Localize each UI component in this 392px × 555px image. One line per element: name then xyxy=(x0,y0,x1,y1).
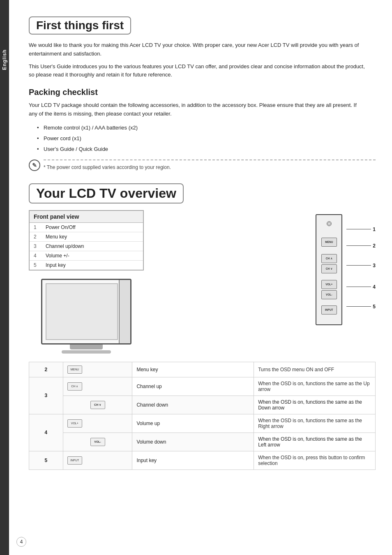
callout-3: 3 xyxy=(346,263,376,268)
callout-num-4: 4 xyxy=(373,284,376,290)
btn-icon-menu: MENU xyxy=(67,365,82,374)
side-diagram-area: ◯ MENU CH ∧ CH ∨ VOL+ VOL- INPUT xyxy=(156,210,376,325)
intro-text-1: We would like to thank you for making th… xyxy=(29,41,366,58)
note-text: * The power cord supplied varies accordi… xyxy=(44,164,376,170)
list-item: User's Guide / Quick Guide xyxy=(37,144,376,155)
callout-line-1 xyxy=(346,229,371,229)
callout-line-2 xyxy=(346,245,371,246)
detail-num-3: 3 xyxy=(29,377,63,414)
tv-side-panel-strip xyxy=(119,280,130,343)
row-num: 1 xyxy=(29,222,42,232)
btn-icon-volup: VOL+ xyxy=(67,419,82,428)
sidebar: English xyxy=(0,0,9,555)
btn-icon-input: INPUT xyxy=(67,456,82,465)
callout-1: 1 xyxy=(346,227,376,232)
table-row: 4 Volume +/- xyxy=(29,251,143,260)
detail-num-5: 5 xyxy=(29,451,63,469)
row-num: 5 xyxy=(29,260,42,270)
callout-5: 5 xyxy=(346,304,376,310)
table-row: 2 Menu key xyxy=(29,232,143,241)
vol-down-btn-diagram: VOL- xyxy=(321,290,337,299)
ch-up-btn-diagram: CH ∧ xyxy=(321,254,337,263)
callout-num-3: 3 xyxy=(373,263,376,268)
packing-text: Your LCD TV package should contain the f… xyxy=(29,101,366,118)
vol-up-btn-diagram: VOL+ xyxy=(321,280,337,289)
callout-line-5 xyxy=(346,306,371,307)
detail-btn-menu: MENU xyxy=(63,362,132,377)
tv-diagram-area: Front panel view 1 Power On/Off 2 Menu k… xyxy=(29,210,376,354)
callout-4: 4 xyxy=(346,284,376,290)
front-panel-table: Front panel view 1 Power On/Off 2 Menu k… xyxy=(29,210,144,271)
input-btn-diagram: INPUT xyxy=(321,305,337,314)
ch-down-btn-diagram: CH ∨ xyxy=(321,264,337,273)
tv-screen xyxy=(46,283,118,340)
detail-num-4: 4 xyxy=(29,414,63,451)
detail-row-volup: 4 VOL+ Volume up When the OSD is on, fun… xyxy=(29,414,376,432)
section2: Your LCD TV overview Front panel view 1 … xyxy=(29,183,376,470)
note-row: ✎ * The power cord supplied varies accor… xyxy=(29,160,376,171)
tv-stand-base xyxy=(62,350,111,354)
front-panel-section: Front panel view 1 Power On/Off 2 Menu k… xyxy=(29,210,144,354)
tv-stand xyxy=(70,345,103,349)
section2-title-box: Your LCD TV overview xyxy=(29,183,184,204)
tv-body xyxy=(41,279,131,345)
btn-icon-voldown: VOL- xyxy=(90,438,105,446)
callout-num-2: 2 xyxy=(373,243,376,249)
row-num: 4 xyxy=(29,251,42,260)
detail-row-menu: 2 MENU Menu key Turns the OSD menu ON an… xyxy=(29,362,376,377)
row-label: Power On/Off xyxy=(42,222,143,232)
callout-num-5: 5 xyxy=(373,304,376,310)
note-container: * The power cord supplied varies accordi… xyxy=(44,160,376,170)
callout-num-1: 1 xyxy=(373,227,376,232)
callout-area: 1 2 3 4 xyxy=(346,214,376,325)
detail-key-voldown: Volume down xyxy=(132,432,254,451)
detail-num-2: 2 xyxy=(29,362,63,377)
power-dot: ◯ xyxy=(327,221,332,226)
detail-key-chdown: Channel down xyxy=(132,395,254,414)
detail-row-chup: 3 CH ∧ Channel up When the OSD is on, fu… xyxy=(29,377,376,395)
detail-table: 2 MENU Menu key Turns the OSD menu ON an… xyxy=(29,362,376,470)
detail-key-volup: Volume up xyxy=(132,414,254,432)
detail-key-input: Input key xyxy=(132,451,254,469)
row-num: 3 xyxy=(29,241,42,251)
detail-row-chdown: CH ∨ Channel down When the OSD is on, fu… xyxy=(29,395,376,414)
callout-line-4 xyxy=(346,287,371,287)
intro-text-2: This User's Guide introduces you to the … xyxy=(29,62,366,80)
row-label: Input key xyxy=(42,260,143,270)
note-dashed-line xyxy=(44,160,376,160)
detail-key-menu: Menu key xyxy=(132,362,254,377)
list-item: Remote control (x1) / AAA batteries (x2) xyxy=(37,123,376,133)
page-number: 4 xyxy=(16,537,26,547)
detail-btn-input: INPUT xyxy=(63,451,132,469)
side-panel-diagram: ◯ MENU CH ∧ CH ∨ VOL+ VOL- INPUT xyxy=(316,214,342,325)
table-row: 5 Input key xyxy=(29,260,143,270)
detail-desc-voldown: When the OSD is on, functions the same a… xyxy=(254,432,376,451)
packing-heading: Packing checklist xyxy=(29,88,376,97)
detail-row-input: 5 INPUT Input key When the OSD is on, pr… xyxy=(29,451,376,469)
detail-btn-chdown: CH ∨ xyxy=(63,395,132,414)
btn-icon-chup: CH ∧ xyxy=(67,382,82,391)
note-icon: ✎ xyxy=(29,160,40,171)
detail-desc-volup: When the OSD is on, functions the same a… xyxy=(254,414,376,432)
menu-btn-diagram: MENU xyxy=(321,238,337,247)
detail-btn-volup: VOL+ xyxy=(63,414,132,432)
bullet-list: Remote control (x1) / AAA batteries (x2)… xyxy=(37,123,376,155)
detail-desc-chdown: When the OSD is on, functions the same a… xyxy=(254,395,376,414)
row-label: Volume +/- xyxy=(42,251,143,260)
row-label: Channel up/down xyxy=(42,241,143,251)
detail-btn-chup: CH ∧ xyxy=(63,377,132,395)
detail-desc-chup: When the OSD is on, functions the same a… xyxy=(254,377,376,395)
table-row: 3 Channel up/down xyxy=(29,241,143,251)
detail-key-chup: Channel up xyxy=(132,377,254,395)
detail-desc-menu: Turns the OSD menu ON and OFF xyxy=(254,362,376,377)
tv-illustration xyxy=(29,279,144,354)
row-num: 2 xyxy=(29,232,42,241)
section1-title-box: First things first xyxy=(29,16,131,35)
list-item: Power cord (x1) xyxy=(37,133,376,144)
section2-title: Your LCD TV overview xyxy=(36,186,176,201)
detail-desc-input: When the OSD is on, press this button to… xyxy=(254,451,376,469)
detail-row-voldown: VOL- Volume down When the OSD is on, fun… xyxy=(29,432,376,451)
btn-icon-chdown: CH ∨ xyxy=(90,401,105,409)
spd-box: ◯ MENU CH ∧ CH ∨ VOL+ VOL- INPUT xyxy=(316,214,342,325)
callout-line-3 xyxy=(346,265,371,266)
